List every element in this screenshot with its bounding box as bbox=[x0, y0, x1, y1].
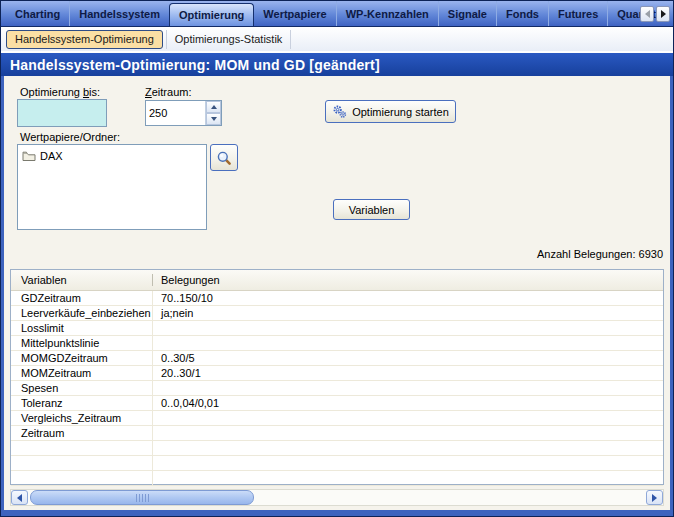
variablen-label: Variablen bbox=[349, 204, 395, 216]
optimierung-bis-field[interactable] bbox=[17, 99, 107, 127]
spinner-up-button[interactable] bbox=[206, 101, 221, 113]
cell-belegung bbox=[153, 321, 663, 335]
cell-variable: MOMGDZeitraum bbox=[11, 351, 153, 365]
content-area: Optimierung bis: Zeitraum: bbox=[1, 76, 673, 516]
scroll-right-button[interactable] bbox=[646, 490, 663, 505]
table-row[interactable]: Leerverkäufe_einbeziehenja;nein bbox=[11, 306, 663, 321]
table-row-empty bbox=[11, 471, 663, 486]
table-row[interactable]: Losslimit bbox=[11, 321, 663, 336]
sub-tab-bar: Handelssystem-Optimierung Optimierungs-S… bbox=[1, 27, 673, 51]
column-header-variablen[interactable]: Variablen bbox=[11, 274, 153, 286]
wertpapiere-listbox[interactable]: DAX bbox=[17, 144, 207, 230]
cell-variable: Leerverkäufe_einbeziehen bbox=[11, 306, 153, 320]
tab-optimierung[interactable]: Optimierung bbox=[169, 3, 254, 26]
spinner-down-button[interactable] bbox=[206, 113, 221, 125]
horizontal-scrollbar[interactable] bbox=[10, 489, 664, 506]
table-row[interactable]: Vergleichs_Zeitraum bbox=[11, 411, 663, 426]
cell-variable: Mittelpunktslinie bbox=[11, 336, 153, 350]
cell-belegung bbox=[153, 411, 663, 425]
arrow-right-icon bbox=[661, 10, 666, 18]
subtab-label: Optimierungs-Statistik bbox=[175, 33, 283, 45]
tab-handelssystem[interactable]: Handelssystem bbox=[69, 1, 169, 26]
optimierung-starten-button[interactable]: Optimierung starten bbox=[325, 100, 456, 123]
variablen-table: Variablen Belegungen GDZeitraum70..150/1… bbox=[10, 269, 664, 485]
optimierung-starten-label: Optimierung starten bbox=[352, 106, 449, 118]
tab-futures[interactable]: Futures bbox=[548, 1, 607, 26]
variablen-button[interactable]: Variablen bbox=[333, 199, 410, 220]
cell-belegung: 70..150/10 bbox=[153, 291, 663, 305]
cell-variable: GDZeitraum bbox=[11, 291, 153, 305]
table-row[interactable]: Spesen bbox=[11, 381, 663, 396]
tab-signale[interactable]: Signale bbox=[438, 1, 496, 26]
scrollbar-thumb[interactable] bbox=[30, 490, 254, 505]
cell-belegung bbox=[153, 336, 663, 350]
tab-label: WP-Kennzahlen bbox=[346, 8, 429, 20]
chevron-left-icon bbox=[17, 494, 22, 502]
cell-variable: MOMZeitraum bbox=[11, 366, 153, 380]
tab-label: Handelssystem bbox=[79, 8, 160, 20]
list-item-label: DAX bbox=[40, 150, 63, 162]
table-row[interactable]: MOMZeitraum20..30/1 bbox=[11, 366, 663, 381]
cell-variable: Zeitraum bbox=[11, 426, 153, 440]
tab-label: Fonds bbox=[506, 8, 539, 20]
cell-belegung bbox=[153, 381, 663, 395]
tab-wertpapiere[interactable]: Wertpapiere bbox=[254, 1, 335, 26]
subtab-optimierungs-statistik[interactable]: Optimierungs-Statistik bbox=[166, 30, 292, 49]
table-row[interactable]: Mittelpunktslinie bbox=[11, 336, 663, 351]
tab-wp-kennzahlen[interactable]: WP-Kennzahlen bbox=[336, 1, 438, 26]
table-row-empty bbox=[11, 441, 663, 456]
magnifier-icon bbox=[216, 150, 232, 166]
spinner-buttons bbox=[205, 101, 221, 125]
page-title-bar: Handelssystem-Optimierung: MOM und GD [g… bbox=[1, 53, 673, 76]
tab-label: Signale bbox=[448, 8, 487, 20]
zeitraum-input[interactable] bbox=[146, 101, 205, 125]
main-tab-bar: Charting Handelssystem Optimierung Wertp… bbox=[1, 1, 673, 27]
subtab-label: Handelssystem-Optimierung bbox=[15, 33, 154, 45]
cell-belegung: 0..0,04/0,01 bbox=[153, 396, 663, 410]
cell-belegung bbox=[153, 426, 663, 440]
app-window: Charting Handelssystem Optimierung Wertp… bbox=[0, 0, 674, 517]
chevron-up-icon bbox=[211, 105, 217, 109]
zeitraum-label: Zeitraum: bbox=[145, 86, 191, 98]
scroll-left-button[interactable] bbox=[11, 490, 28, 505]
table-row[interactable]: Zeitraum bbox=[11, 426, 663, 441]
anzahl-belegungen-text: Anzahl Belegungen: 6930 bbox=[537, 248, 663, 260]
tab-fonds[interactable]: Fonds bbox=[496, 1, 548, 26]
optimierung-bis-label: Optimierung bis: bbox=[20, 86, 100, 98]
cell-variable: Spesen bbox=[11, 381, 153, 395]
tab-scroll-right-button[interactable] bbox=[656, 6, 670, 22]
cell-variable: Vergleichs_Zeitraum bbox=[11, 411, 153, 425]
table-row-empty bbox=[11, 456, 663, 471]
tab-label: Futures bbox=[558, 8, 598, 20]
column-header-belegungen[interactable]: Belegungen bbox=[153, 274, 663, 286]
thumb-grip-icon bbox=[136, 494, 149, 502]
wertpapiere-ordner-label: Wertpapiere/Ordner: bbox=[20, 131, 120, 143]
list-item-dax[interactable]: DAX bbox=[22, 148, 202, 164]
table-row[interactable]: MOMGDZeitraum0..30/5 bbox=[11, 351, 663, 366]
chevron-down-icon bbox=[211, 117, 217, 121]
folder-icon bbox=[22, 150, 36, 162]
arrow-left-icon bbox=[645, 10, 650, 18]
tab-scroll-left-button[interactable] bbox=[640, 6, 654, 22]
tab-charting[interactable]: Charting bbox=[6, 1, 69, 26]
cell-belegung: 20..30/1 bbox=[153, 366, 663, 380]
tab-label: Charting bbox=[15, 8, 60, 20]
tab-label: Wertpapiere bbox=[263, 8, 326, 20]
subtab-handelssystem-optimierung[interactable]: Handelssystem-Optimierung bbox=[6, 30, 163, 49]
page-title: Handelssystem-Optimierung: MOM und GD [g… bbox=[10, 57, 380, 73]
gears-icon bbox=[332, 104, 347, 119]
table-header: Variablen Belegungen bbox=[11, 270, 663, 291]
cell-variable: Losslimit bbox=[11, 321, 153, 335]
table-row[interactable]: Toleranz0..0,04/0,01 bbox=[11, 396, 663, 411]
zeitraum-spinner bbox=[145, 100, 222, 126]
search-button[interactable] bbox=[210, 144, 238, 171]
tab-label: Optimierung bbox=[179, 9, 244, 21]
cell-variable: Toleranz bbox=[11, 396, 153, 410]
tab-scroll-buttons bbox=[640, 6, 670, 22]
cell-belegung: ja;nein bbox=[153, 306, 663, 320]
cell-belegung: 0..30/5 bbox=[153, 351, 663, 365]
table-row[interactable]: GDZeitraum70..150/10 bbox=[11, 291, 663, 306]
chevron-right-icon bbox=[652, 494, 657, 502]
